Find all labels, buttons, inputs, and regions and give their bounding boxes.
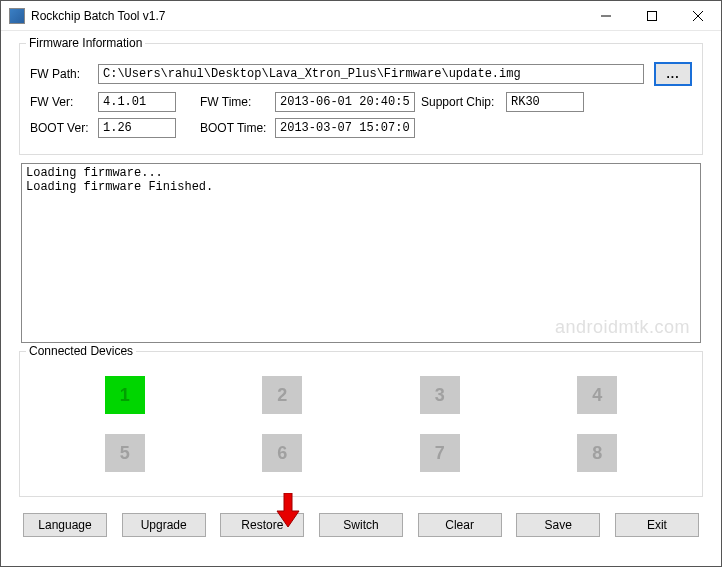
bootver-label: BOOT Ver: — [30, 121, 98, 135]
device-slot-6[interactable]: 6 — [262, 434, 302, 472]
log-line-1: Loading firmware... — [26, 166, 163, 180]
fwver-label: FW Ver: — [30, 95, 98, 109]
upgrade-button[interactable]: Upgrade — [122, 513, 206, 537]
device-slot-5[interactable]: 5 — [105, 434, 145, 472]
log-box: Loading firmware... Loading firmware Fin… — [21, 163, 701, 343]
svg-rect-1 — [648, 11, 657, 20]
devices-group: Connected Devices 12345678 — [19, 351, 703, 497]
exit-button[interactable]: Exit — [615, 513, 699, 537]
log-line-2: Loading firmware Finished. — [26, 180, 213, 194]
fwver-input[interactable] — [98, 92, 176, 112]
firmware-legend: Firmware Information — [26, 36, 145, 50]
browse-button[interactable]: ... — [654, 62, 692, 86]
app-icon — [9, 8, 25, 24]
button-row: Language Upgrade Restore Switch Clear Sa… — [19, 505, 703, 537]
maximize-button[interactable] — [629, 1, 675, 31]
boottime-label: BOOT Time: — [200, 121, 275, 135]
bootver-input[interactable] — [98, 118, 176, 138]
fwtime-label: FW Time: — [200, 95, 275, 109]
device-slot-4[interactable]: 4 — [577, 376, 617, 414]
clear-button[interactable]: Clear — [418, 513, 502, 537]
device-slot-8[interactable]: 8 — [577, 434, 617, 472]
chip-input[interactable] — [506, 92, 584, 112]
browse-label: ... — [666, 67, 679, 81]
firmware-group: Firmware Information FW Path: ... FW Ver… — [19, 43, 703, 155]
language-button[interactable]: Language — [23, 513, 107, 537]
devices-legend: Connected Devices — [26, 344, 136, 358]
fwpath-input[interactable] — [98, 64, 644, 84]
save-button[interactable]: Save — [516, 513, 600, 537]
device-grid: 12345678 — [30, 370, 692, 482]
device-slot-7[interactable]: 7 — [420, 434, 460, 472]
device-slot-2[interactable]: 2 — [262, 376, 302, 414]
close-button[interactable] — [675, 1, 721, 31]
switch-button[interactable]: Switch — [319, 513, 403, 537]
watermark: androidmtk.com — [555, 317, 690, 338]
device-slot-3[interactable]: 3 — [420, 376, 460, 414]
chip-label: Support Chip: — [421, 95, 506, 109]
titlebar: Rockchip Batch Tool v1.7 — [1, 1, 721, 31]
restore-button[interactable]: Restore — [220, 513, 304, 537]
fwtime-input[interactable] — [275, 92, 415, 112]
fwpath-label: FW Path: — [30, 67, 98, 81]
minimize-button[interactable] — [583, 1, 629, 31]
device-slot-1[interactable]: 1 — [105, 376, 145, 414]
window-title: Rockchip Batch Tool v1.7 — [31, 9, 583, 23]
boottime-input[interactable] — [275, 118, 415, 138]
